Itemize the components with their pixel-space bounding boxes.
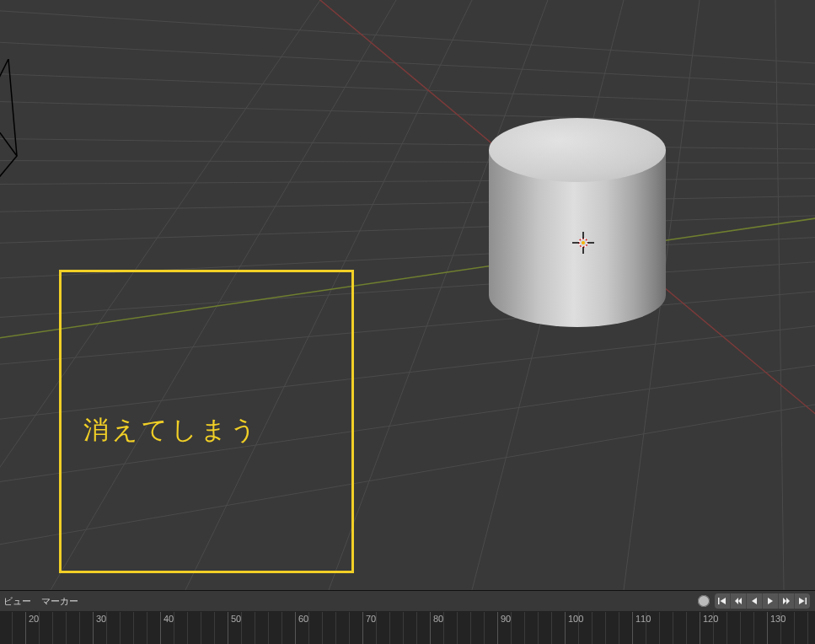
svg-marker-39 <box>783 598 786 604</box>
svg-marker-34 <box>721 598 727 604</box>
play-button[interactable] <box>763 593 779 609</box>
timeline-menu-view[interactable]: ビュー <box>0 593 35 609</box>
timeline-tick <box>740 612 741 644</box>
timeline-tick-major: 30 <box>93 612 94 644</box>
svg-line-9 <box>0 160 815 164</box>
timeline-tick <box>807 612 808 644</box>
playback-controls <box>698 593 810 609</box>
timeline-tick <box>673 612 673 644</box>
timeline-tick-label: 100 <box>568 614 583 624</box>
timeline-tick-label: 40 <box>164 614 174 624</box>
timeline-tick <box>403 612 404 644</box>
timeline-tick <box>133 612 134 644</box>
timeline-tick <box>281 612 282 644</box>
timeline-panel[interactable]: ビュー マーカー <box>0 590 815 644</box>
timeline-tick <box>52 612 53 644</box>
svg-marker-37 <box>752 598 757 604</box>
timeline-tick <box>592 612 592 644</box>
timeline-tick-major: 100 <box>565 612 566 644</box>
timeline-tick-label: 90 <box>501 614 511 624</box>
svg-marker-41 <box>799 598 805 604</box>
camera-wireframe <box>0 59 42 228</box>
jump-to-start-button[interactable] <box>715 593 731 609</box>
timeline-tick <box>457 612 458 644</box>
timeline-tick <box>659 612 660 644</box>
auto-keying-toggle[interactable] <box>698 595 710 607</box>
svg-rect-33 <box>718 598 720 604</box>
timeline-tick-major: 90 <box>497 612 498 644</box>
svg-line-11 <box>0 0 815 76</box>
timeline-tick <box>12 612 13 644</box>
timeline-tick <box>79 612 80 644</box>
timeline-tick <box>686 612 687 644</box>
svg-marker-40 <box>786 598 790 604</box>
svg-marker-38 <box>768 598 773 604</box>
svg-line-14 <box>0 97 815 130</box>
viewport-3d[interactable]: 消えてしまう <box>0 0 815 590</box>
next-keyframe-button[interactable] <box>779 593 795 609</box>
timeline-tick-label: 20 <box>29 614 39 624</box>
annotation-text: 消えてしまう <box>83 413 260 448</box>
svg-rect-42 <box>806 598 807 604</box>
timeline-tick-major: 70 <box>362 612 363 644</box>
timeline-tick-major: 80 <box>430 612 431 644</box>
svg-line-7 <box>0 192 815 215</box>
timeline-tick <box>389 612 390 644</box>
timeline-header: ビュー マーカー <box>0 591 815 612</box>
timeline-tick <box>335 612 336 644</box>
timeline-tick <box>551 612 552 644</box>
timeline-tick-label: 60 <box>298 614 308 624</box>
timeline-tick-major: 50 <box>228 612 228 644</box>
play-reverse-button[interactable] <box>747 593 763 609</box>
timeline-tick <box>255 612 255 644</box>
timeline-tick-label: 70 <box>366 614 376 624</box>
cylinder-mesh[interactable] <box>489 118 666 354</box>
svg-line-13 <box>0 67 815 113</box>
timeline-tick <box>66 612 67 644</box>
timeline-tick <box>727 612 727 644</box>
svg-line-6 <box>0 209 815 249</box>
timeline-menu-marker[interactable]: マーカー <box>38 593 82 609</box>
timeline-tick <box>794 612 795 644</box>
timeline-tick <box>147 612 147 644</box>
timeline-tick <box>619 612 619 644</box>
svg-line-12 <box>0 34 815 94</box>
timeline-tick-label: 50 <box>231 614 241 624</box>
jump-to-end-button[interactable] <box>795 593 810 609</box>
timeline-tick-major: 110 <box>632 612 633 644</box>
svg-marker-35 <box>735 598 738 604</box>
timeline-tick-label: 130 <box>770 614 786 624</box>
timeline-tick <box>187 612 188 644</box>
timeline-tick-label: 120 <box>703 614 718 624</box>
timeline-tick <box>322 612 323 644</box>
timeline-tick <box>349 612 350 644</box>
timeline-tick-label: 30 <box>96 614 106 624</box>
timeline-tick <box>470 612 471 644</box>
timeline-tick <box>416 612 417 644</box>
svg-line-8 <box>0 177 815 185</box>
timeline-tick <box>201 612 201 644</box>
timeline-tick-label: 110 <box>635 614 651 624</box>
timeline-ruler[interactable]: 2030405060708090100110120130 <box>0 612 815 644</box>
timeline-tick-major: 40 <box>160 612 161 644</box>
timeline-tick <box>753 612 754 644</box>
timeline-tick <box>120 612 121 644</box>
timeline-tick <box>538 612 539 644</box>
timeline-tick-major: 120 <box>700 612 700 644</box>
timeline-tick <box>268 612 269 644</box>
svg-marker-36 <box>738 598 742 604</box>
timeline-tick-major: 60 <box>295 612 296 644</box>
timeline-tick <box>524 612 525 644</box>
svg-line-10 <box>0 137 815 152</box>
timeline-tick-label: 80 <box>433 614 443 624</box>
timeline-tick <box>605 612 606 644</box>
timeline-tick <box>484 612 485 644</box>
timeline-tick <box>214 612 215 644</box>
prev-keyframe-button[interactable] <box>731 593 747 609</box>
timeline-tick-major: 20 <box>25 612 26 644</box>
timeline-tick-major: 130 <box>767 612 768 644</box>
